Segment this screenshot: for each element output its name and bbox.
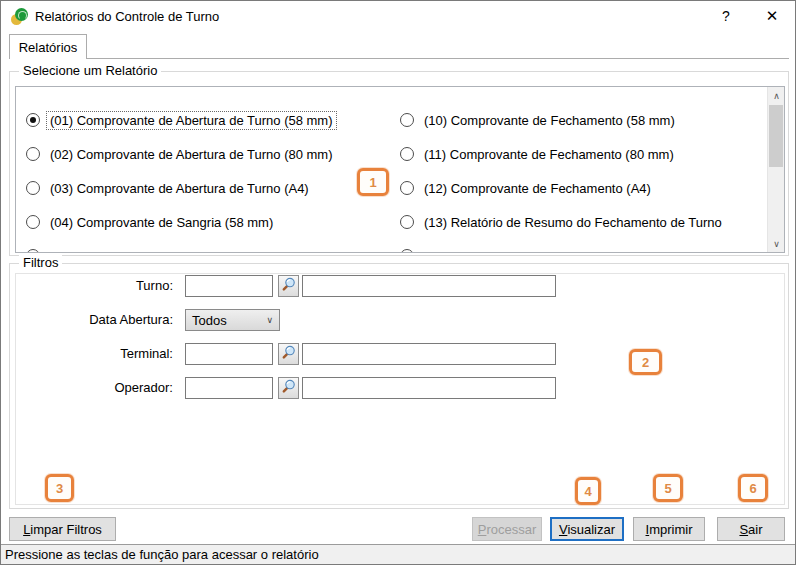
radio-icon: [400, 147, 414, 161]
report-groupbox-legend: Selecione um Relatório: [19, 63, 161, 78]
annotation-badge-4: 4: [575, 477, 601, 505]
app-icon-green-disc: [15, 8, 28, 21]
annotation-badge-6: 6: [738, 474, 768, 502]
turno-lookup-button[interactable]: [278, 275, 299, 297]
imprimir-button[interactable]: Imprimir: [633, 517, 705, 541]
report-option-05[interactable]: (05) Comprovante de Sangria (80 mm): [26, 244, 388, 253]
dialog-window: Relatórios do Controle de Turno ? ✕ Rela…: [0, 0, 796, 565]
terminal-label: Terminal:: [41, 343, 173, 365]
report-option-label: (11) Comprovante de Fechamento (80 mm): [421, 146, 677, 163]
report-option-11[interactable]: (11) Comprovante de Fechamento (80 mm): [400, 142, 768, 166]
title-bar: Relatórios do Controle de Turno ? ✕: [1, 1, 795, 32]
report-option-label: (12) Comprovante de Fechamento (A4): [421, 180, 654, 197]
radio-icon: [26, 181, 40, 195]
annotation-badge-3: 3: [45, 474, 74, 502]
report-option-14[interactable]: (14) Relatório de Fechamento de Caixa (5…: [400, 244, 768, 253]
scroll-down-icon[interactable]: ∨: [768, 235, 785, 252]
turno-label: Turno:: [41, 275, 173, 297]
terminal-description-input[interactable]: [302, 343, 556, 365]
report-option-label: (13) Relatório de Resumo do Fechamento d…: [421, 214, 725, 231]
operador-label: Operador:: [41, 377, 173, 399]
processar-button: Processar: [472, 517, 542, 541]
radio-icon: [26, 113, 40, 127]
report-option-04[interactable]: (04) Comprovante de Sangria (58 mm): [26, 210, 388, 234]
terminal-lookup-button[interactable]: [278, 343, 299, 365]
status-bar: Pressione as teclas de função para acess…: [1, 544, 795, 565]
radio-icon: [26, 147, 40, 161]
scrollbar-thumb[interactable]: [769, 105, 783, 167]
annotation-badge-1: 1: [357, 168, 389, 196]
turno-description-input[interactable]: [302, 275, 556, 297]
operador-code-input[interactable]: [185, 377, 273, 399]
operador-description-input[interactable]: [302, 377, 556, 399]
radio-icon: [400, 113, 414, 127]
vertical-scrollbar[interactable]: ∧ ∨: [767, 87, 784, 252]
report-option-label: (14) Relatório de Fechamento de Caixa (5…: [421, 248, 707, 254]
report-option-13[interactable]: (13) Relatório de Resumo do Fechamento d…: [400, 210, 768, 234]
radio-icon: [400, 215, 414, 229]
radio-icon: [26, 249, 40, 253]
data-abertura-select[interactable]: Todos ∨: [185, 309, 280, 331]
turno-code-input[interactable]: [185, 275, 273, 297]
report-option-02[interactable]: (02) Comprovante de Abertura de Turno (8…: [26, 142, 388, 166]
report-option-label: (03) Comprovante de Abertura de Turno (A…: [47, 180, 312, 197]
annotation-badge-2: 2: [629, 349, 662, 375]
magnifier-icon: [281, 379, 296, 397]
tab-strip-line: [9, 58, 789, 59]
report-option-10[interactable]: (10) Comprovante de Fechamento (58 mm): [400, 108, 768, 132]
report-option-12[interactable]: (12) Comprovante de Fechamento (A4): [400, 176, 768, 200]
magnifier-icon: [281, 345, 296, 363]
magnifier-icon: [281, 277, 296, 295]
report-option-label: (10) Comprovante de Fechamento (58 mm): [421, 112, 678, 129]
report-option-label: (02) Comprovante de Abertura de Turno (8…: [47, 146, 336, 163]
report-option-01[interactable]: (01) Comprovante de Abertura de Turno (5…: [26, 108, 388, 132]
sair-button[interactable]: Sair: [717, 517, 785, 541]
tab-relatorios[interactable]: Relatórios: [9, 34, 87, 59]
window-title: Relatórios do Controle de Turno: [35, 9, 219, 24]
report-option-03[interactable]: (03) Comprovante de Abertura de Turno (A…: [26, 176, 388, 200]
visualizar-button[interactable]: Visualizar: [550, 517, 624, 541]
close-button[interactable]: ✕: [755, 1, 789, 31]
report-list: (01) Comprovante de Abertura de Turno (5…: [15, 86, 785, 253]
scroll-up-icon[interactable]: ∧: [768, 87, 785, 104]
app-icon: [11, 8, 29, 26]
report-option-label: (05) Comprovante de Sangria (80 mm): [47, 248, 276, 254]
report-option-label: (04) Comprovante de Sangria (58 mm): [47, 214, 276, 231]
annotation-badge-5: 5: [653, 474, 683, 502]
radio-icon: [400, 249, 414, 253]
help-button[interactable]: ?: [709, 1, 743, 31]
data-abertura-label: Data Abertura:: [41, 309, 173, 331]
report-option-label: (01) Comprovante de Abertura de Turno (5…: [47, 112, 336, 129]
radio-icon: [400, 181, 414, 195]
chevron-down-icon: ∨: [266, 315, 273, 325]
operador-lookup-button[interactable]: [278, 377, 299, 399]
limpar-filtros-button[interactable]: Limpar Filtros: [9, 517, 116, 541]
terminal-code-input[interactable]: [185, 343, 273, 365]
data-abertura-selected-value: Todos: [192, 313, 227, 328]
status-text: Pressione as teclas de função para acess…: [5, 547, 319, 562]
radio-icon: [26, 215, 40, 229]
filters-groupbox-legend: Filtros: [19, 255, 62, 270]
tab-relatorios-label: Relatórios: [19, 40, 78, 55]
